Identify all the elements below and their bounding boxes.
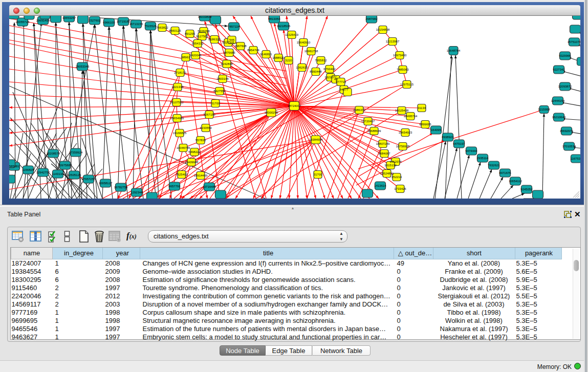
svg-text:8186328: 8186328 [208, 38, 221, 41]
svg-text:31134: 31134 [418, 106, 426, 110]
svg-text:2967608: 2967608 [234, 45, 247, 48]
svg-text:20691406: 20691406 [36, 19, 50, 22]
svg-text:8427552: 8427552 [213, 90, 226, 93]
svg-text:18807249: 18807249 [376, 142, 390, 145]
svg-text:9684067: 9684067 [378, 152, 390, 155]
svg-text:2386372: 2386372 [353, 108, 365, 112]
svg-text:8938923: 8938923 [442, 136, 454, 139]
svg-text:10719185: 10719185 [117, 20, 130, 23]
svg-text:19218506: 19218506 [277, 25, 291, 28]
svg-text:9127503: 9127503 [196, 35, 208, 38]
svg-text:19166825: 19166825 [173, 132, 187, 135]
svg-text:7663822: 7663822 [156, 26, 168, 29]
svg-text:7632621: 7632621 [488, 164, 500, 167]
svg-text:10653267: 10653267 [62, 16, 76, 19]
svg-text:19654923: 19654923 [399, 131, 412, 134]
svg-text:18495764: 18495764 [404, 115, 418, 118]
svg-text:1292344: 1292344 [130, 191, 143, 194]
svg-text:8454749: 8454749 [247, 49, 259, 52]
svg-text:10688609: 10688609 [367, 129, 381, 133]
svg-text:12942757: 12942757 [36, 171, 50, 174]
svg-text:20208578: 20208578 [47, 152, 60, 155]
svg-text:1143134: 1143134 [52, 172, 64, 176]
svg-text:5498222: 5498222 [188, 150, 201, 154]
svg-text:9474444: 9474444 [465, 149, 477, 152]
svg-text:7485063: 7485063 [397, 68, 409, 71]
svg-text:1167534: 1167534 [571, 157, 580, 160]
svg-text:1233559: 1233559 [200, 126, 212, 129]
svg-text:12444154: 12444154 [551, 99, 565, 102]
svg-text:31700: 31700 [314, 173, 322, 176]
svg-text:13716485: 13716485 [203, 185, 216, 188]
svg-text:12975115: 12975115 [400, 83, 414, 86]
svg-text:17359924: 17359924 [69, 151, 83, 154]
svg-text:8813054: 8813054 [268, 17, 280, 20]
svg-text:1362615: 1362615 [296, 66, 308, 69]
svg-text:15640910: 15640910 [297, 41, 311, 44]
svg-text:2935114: 2935114 [477, 157, 489, 160]
svg-text:3215958: 3215958 [538, 108, 550, 111]
svg-text:10648784: 10648784 [447, 49, 461, 52]
svg-text:546: 546 [229, 38, 235, 41]
svg-text:12505125: 12505125 [68, 173, 81, 177]
svg-text:16914469: 16914469 [194, 174, 208, 177]
svg-text:2803144: 2803144 [216, 77, 229, 80]
svg-text:8471676: 8471676 [499, 171, 511, 174]
svg-text:10025438: 10025438 [395, 109, 409, 112]
svg-text:8660125: 8660125 [169, 29, 181, 32]
svg-text:6479197: 6479197 [453, 142, 465, 145]
svg-text:18724007: 18724007 [288, 104, 301, 107]
svg-text:13720407: 13720407 [361, 120, 375, 123]
svg-text:7955812: 7955812 [315, 59, 327, 62]
svg-text:1156829: 1156829 [23, 168, 35, 171]
svg-text:9146821: 9146821 [260, 53, 272, 56]
svg-text:9245052: 9245052 [520, 188, 533, 191]
svg-text:164095: 164095 [431, 128, 442, 132]
svg-text:1221338: 1221338 [171, 85, 184, 89]
svg-text:16107553: 16107553 [170, 101, 184, 104]
svg-text:1654332: 1654332 [191, 42, 204, 45]
svg-text:3220: 3220 [285, 59, 292, 62]
svg-text:16210643: 16210643 [552, 116, 566, 119]
svg-text:17957255: 17957255 [82, 178, 96, 181]
svg-text:557835: 557835 [195, 139, 206, 142]
svg-text:18300295: 18300295 [265, 111, 278, 114]
svg-text:2718170: 2718170 [174, 71, 186, 74]
svg-text:7515526: 7515526 [144, 25, 157, 28]
svg-text:585081: 585081 [9, 165, 20, 168]
svg-text:252214: 252214 [391, 176, 402, 179]
svg-text:891295: 891295 [185, 32, 195, 35]
svg-text:6899695: 6899695 [419, 123, 431, 126]
svg-text:64977: 64977 [340, 88, 349, 91]
svg-text:9242848: 9242848 [221, 62, 233, 65]
svg-text:15692971: 15692971 [560, 129, 574, 133]
svg-text:19524851: 19524851 [380, 172, 394, 175]
svg-text:10975887: 10975887 [58, 164, 72, 167]
svg-text:9227342: 9227342 [553, 68, 565, 71]
svg-text:11325419: 11325419 [285, 33, 299, 36]
svg-text:9657791: 9657791 [168, 185, 181, 188]
svg-text:1733426: 1733426 [394, 187, 406, 190]
svg-text:19654985: 19654985 [170, 117, 184, 120]
svg-text:16713155: 16713155 [129, 23, 143, 26]
svg-text:16033809: 16033809 [198, 16, 212, 18]
svg-text:1588520: 1588520 [272, 56, 285, 59]
svg-text:7857224: 7857224 [228, 25, 240, 28]
svg-text:2420046: 2420046 [189, 54, 202, 57]
svg-text:977716: 977716 [336, 80, 346, 83]
svg-text:10654112: 10654112 [509, 180, 522, 183]
svg-text:98961: 98961 [182, 56, 190, 59]
svg-text:17010534: 17010534 [562, 145, 576, 148]
svg-text:10756928: 10756928 [396, 145, 410, 148]
svg-text:12093872: 12093872 [558, 85, 572, 88]
svg-text:16961758: 16961758 [304, 50, 318, 53]
svg-text:10154838: 10154838 [376, 28, 390, 31]
svg-text:10958127: 10958127 [99, 182, 113, 185]
svg-text:19384554: 19384554 [309, 138, 323, 141]
svg-text:1527602: 1527602 [89, 19, 101, 22]
svg-text:20055724: 20055724 [16, 20, 30, 24]
svg-text:1012074: 1012074 [389, 160, 402, 163]
svg-text:1615132: 1615132 [384, 164, 397, 167]
svg-text:8990448: 8990448 [310, 70, 322, 73]
svg-text:10046786: 10046786 [177, 146, 190, 149]
